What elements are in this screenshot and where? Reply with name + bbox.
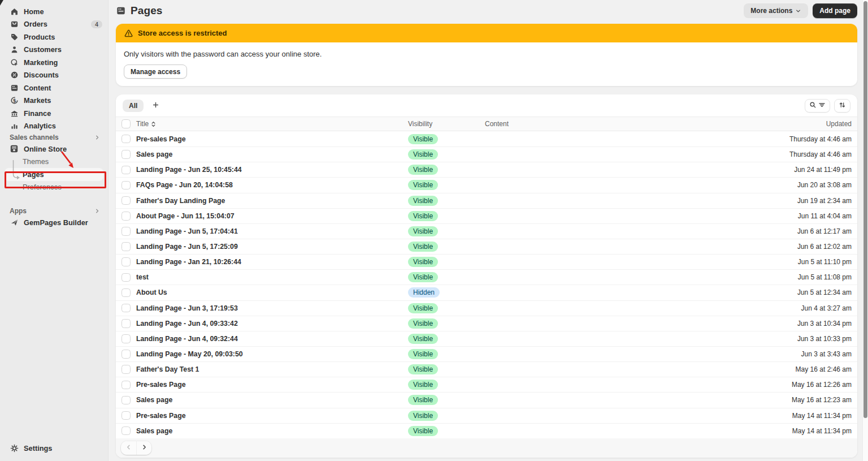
sidebar-item-themes[interactable]: Themes: [0, 156, 108, 169]
sidebar-item-orders[interactable]: Orders4: [0, 18, 108, 31]
scrollbar-thumb[interactable]: [863, 1, 867, 418]
page-title-cell[interactable]: Sales page: [136, 396, 408, 404]
page-title-cell[interactable]: test: [136, 273, 408, 281]
sidebar-item-content[interactable]: Content: [0, 81, 108, 94]
visibility-badge: Visible: [408, 303, 438, 313]
add-view-button[interactable]: [149, 99, 162, 113]
table-row[interactable]: Father's Day Test 1VisibleMay 16 at 2:46…: [116, 361, 857, 377]
page-title-cell[interactable]: About Us: [136, 288, 408, 296]
row-checkbox[interactable]: [121, 381, 131, 390]
table-row[interactable]: FAQs Page - Jun 20, 14:04:58VisibleJun 2…: [116, 177, 857, 192]
sidebar-item-gempages-builder[interactable]: GemPages Builder: [0, 216, 108, 229]
row-checkbox[interactable]: [121, 319, 131, 328]
sidebar-item-customers[interactable]: Customers: [0, 44, 108, 57]
row-checkbox[interactable]: [121, 350, 131, 359]
row-checkbox[interactable]: [121, 288, 131, 298]
page-title-cell[interactable]: Landing Page - Jun 4, 09:33:42: [136, 320, 408, 328]
page-title-cell[interactable]: Landing Page - Jun 3, 17:19:53: [136, 304, 408, 312]
sidebar-item-products[interactable]: Products: [0, 31, 108, 44]
page-title-cell[interactable]: Father's Day Landing Page: [136, 197, 408, 205]
row-checkbox[interactable]: [121, 334, 131, 343]
page-title-cell[interactable]: Pre-sales Page: [136, 135, 408, 143]
row-checkbox[interactable]: [121, 242, 131, 251]
table-row[interactable]: Landing Page - Jun 5, 17:04:41VisibleJun…: [116, 223, 857, 239]
row-checkbox[interactable]: [121, 212, 131, 221]
row-checkbox[interactable]: [121, 150, 131, 159]
banner-text: Only visitors with the password can acce…: [124, 50, 849, 58]
page-title-cell[interactable]: FAQs Page - Jun 20, 14:04:58: [136, 181, 408, 189]
table-row[interactable]: Landing Page - Jan 21, 10:26:44VisibleJu…: [116, 254, 857, 269]
more-actions-button[interactable]: More actions: [744, 3, 808, 18]
row-checkbox[interactable]: [121, 304, 131, 313]
vertical-scrollbar[interactable]: [862, 0, 868, 461]
table-row[interactable]: Pre-sales PageVisibleMay 16 at 12:26 am: [116, 377, 857, 392]
search-and-filter-button[interactable]: [805, 99, 830, 113]
row-checkbox[interactable]: [121, 426, 131, 436]
sidebar-item-online-store[interactable]: Online Store: [0, 143, 108, 156]
row-checkbox[interactable]: [121, 411, 131, 420]
row-checkbox[interactable]: [121, 365, 131, 374]
table-row[interactable]: Pre-sales PageVisibleThursday at 4:46 am: [116, 131, 857, 147]
tab-all[interactable]: All: [123, 100, 144, 112]
add-page-button[interactable]: Add page: [813, 3, 857, 18]
page-title-cell[interactable]: Landing Page - Jun 5, 17:25:09: [136, 243, 408, 251]
row-checkbox[interactable]: [121, 166, 131, 175]
page-title-cell[interactable]: Landing Page - Jun 25, 10:45:44: [136, 166, 408, 174]
page-title-cell[interactable]: About Page - Jun 11, 15:04:07: [136, 212, 408, 220]
updated-cell: May 16 at 2:46 am: [761, 365, 852, 373]
page-title-cell[interactable]: Sales page: [136, 150, 408, 158]
row-checkbox[interactable]: [121, 227, 131, 236]
sidebar-item-home[interactable]: Home: [0, 5, 108, 18]
sidebar-item-marketing[interactable]: Marketing: [0, 56, 108, 69]
row-checkbox[interactable]: [121, 135, 131, 144]
previous-page-button[interactable]: [121, 441, 136, 455]
sidebar-item-discounts[interactable]: Discounts: [0, 69, 108, 82]
page-title-cell[interactable]: Landing Page - Jun 5, 17:04:41: [136, 227, 408, 235]
sidebar-item-finance[interactable]: Finance: [0, 107, 108, 120]
row-checkbox[interactable]: [121, 257, 131, 266]
table-row[interactable]: Father's Day Landing PageVisibleJun 19 a…: [116, 193, 857, 208]
next-page-button[interactable]: [136, 441, 151, 455]
table-row[interactable]: Landing Page - Jun 3, 17:19:53VisibleJun…: [116, 300, 857, 316]
sales-channels-label: Sales channels: [10, 133, 59, 141]
updated-cell: Jun 3 at 10:33 pm: [761, 335, 852, 343]
page-title-cell[interactable]: Landing Page - Jan 21, 10:26:44: [136, 258, 408, 266]
sort-button[interactable]: [834, 99, 850, 113]
column-header-title[interactable]: Title: [136, 120, 408, 128]
table-row[interactable]: Sales pageVisibleThursday at 4:46 am: [116, 147, 857, 162]
table-row[interactable]: Landing Page - Jun 4, 09:33:42VisibleJun…: [116, 316, 857, 331]
table-row[interactable]: Landing Page - Jun 25, 10:45:44VisibleJu…: [116, 162, 857, 177]
updated-cell: May 16 at 12:23 am: [761, 396, 852, 404]
row-checkbox[interactable]: [121, 196, 131, 205]
sidebar-item-markets[interactable]: $Markets: [0, 94, 108, 107]
page-title-cell[interactable]: Pre-sales Page: [136, 381, 408, 389]
table-row[interactable]: Landing Page - May 20, 09:03:50VisibleJu…: [116, 346, 857, 361]
table-row[interactable]: Sales pageVisibleMay 14 at 11:34 pm: [116, 423, 857, 438]
updated-cell: Jun 3 at 10:34 pm: [761, 320, 852, 328]
table-row[interactable]: testVisibleJun 5 at 11:08 pm: [116, 269, 857, 285]
content-icon: [10, 83, 19, 92]
table-row[interactable]: About Page - Jun 11, 15:04:07VisibleJun …: [116, 208, 857, 223]
table-row[interactable]: About UsHiddenJun 5 at 12:34 am: [116, 285, 857, 300]
table-row[interactable]: Sales pageVisibleMay 16 at 12:23 am: [116, 392, 857, 407]
page-title-cell[interactable]: Pre-sales Page: [136, 412, 408, 420]
sidebar-item-pages[interactable]: Pages: [5, 168, 103, 181]
page-title-cell[interactable]: Landing Page - Jun 4, 09:32:44: [136, 335, 408, 343]
visibility-badge: Visible: [408, 149, 438, 160]
row-checkbox[interactable]: [121, 181, 131, 190]
table-row[interactable]: Landing Page - Jun 5, 17:25:09VisibleJun…: [116, 239, 857, 254]
row-checkbox[interactable]: [121, 273, 131, 282]
sidebar-item-settings[interactable]: Settings: [0, 442, 108, 455]
page-title-cell[interactable]: Landing Page - May 20, 09:03:50: [136, 350, 408, 358]
table-row[interactable]: Landing Page - Jun 4, 09:32:44VisibleJun…: [116, 331, 857, 346]
manage-access-button[interactable]: Manage access: [124, 64, 187, 79]
page-title-cell[interactable]: Sales page: [136, 427, 408, 435]
apps-header[interactable]: Apps: [0, 206, 108, 216]
select-all-checkbox[interactable]: [121, 119, 131, 128]
sidebar-item-preferences[interactable]: Preferences: [0, 181, 108, 194]
sidebar-item-analytics[interactable]: Analytics: [0, 120, 108, 133]
table-row[interactable]: Pre-sales PageVisibleMay 14 at 11:34 pm: [116, 408, 857, 423]
page-title-cell[interactable]: Father's Day Test 1: [136, 365, 408, 373]
sales-channels-header[interactable]: Sales channels: [0, 132, 108, 143]
row-checkbox[interactable]: [121, 396, 131, 405]
